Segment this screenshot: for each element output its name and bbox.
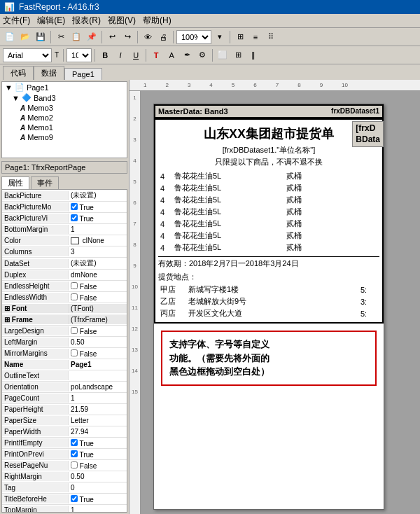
prop-topmargin: TopMargin 1 [2,505,127,513]
report-body: [frxDBData 山东XX集团超市提货单 [frxDBDataset1."单… [154,118,384,324]
frx-overlay: [frxDBData [352,121,384,147]
font-name-select[interactable]: Arial [3,48,52,62]
highlight-button[interactable]: A [164,48,178,62]
font-sep2 [94,49,95,62]
location-row: 甲店新城写字楼1楼5: [158,284,379,296]
tree-item-memo9[interactable]: A Memo9 [2,132,127,142]
tree-expand-icon2: ▼ [12,94,20,102]
table-row: 4鲁花花生油5L贰桶 [158,230,379,242]
menu-help[interactable]: 帮助(H) [143,15,172,27]
prop-tag: Tag 0 [2,482,127,494]
masterdata-header: MasterData: Band3 frxDBDataset1 [154,104,384,118]
props-tab-attr[interactable]: 属性 [1,176,29,189]
redo-button[interactable]: ↪ [120,30,134,44]
prop-frame-section: ⊞ Frame (TfrxFrame) [2,314,127,326]
prop-pagecount: PageCount 1 [2,393,127,404]
special-btn2[interactable]: ⚙ [195,48,209,62]
page-icon: 📄 [15,83,24,92]
print-button[interactable]: 🖨 [156,30,170,44]
font-toolbar: Arial T 10 B I U T A ✒ ⚙ ⬜ ⊞ ‖ [0,46,420,64]
zoom-select[interactable]: 100% 75% 150% [176,30,211,44]
prop-paperheight: PaperHeight 21.59 [2,404,127,415]
prop-titlebeforehe: TitleBeforeHe True [2,494,127,505]
font-t-icon: T [55,51,59,59]
left-panel: ▼ 📄 Page1 ▼ 🔷 Band3 A Memo3 A Memo2 A Me… [0,80,130,514]
memo1-icon: A [20,124,25,132]
prop-font-section: ⊞ Font (TFont) [2,303,127,314]
prop-mirrormargins: MirrorMargins False [2,348,127,359]
tree-item-band3[interactable]: ▼ 🔷 Band3 [2,92,127,103]
new-button[interactable]: 📄 [3,30,17,44]
copy-button[interactable]: 📋 [69,30,83,44]
table-row: 4鲁花花生油5L贰桶 [158,206,379,218]
component-tree[interactable]: ▼ 📄 Page1 ▼ 🔷 Band3 A Memo3 A Memo2 A Me… [1,81,127,158]
tree-item-page1[interactable]: ▼ 📄 Page1 [2,82,127,92]
sep4 [173,31,174,43]
zoom-dropdown[interactable]: ▾ [213,30,227,44]
page-label: Page1: TfrxReportPage [1,161,127,174]
align-left-button[interactable]: ⬜ [216,48,230,62]
undo-button[interactable]: ↩ [105,30,119,44]
table-row: 4鲁花花生油5L贰桶 [158,194,379,206]
font-size-select[interactable]: 10 [66,48,92,62]
menu-edit[interactable]: 编辑(E) [37,15,65,27]
titlebar-text: FastReport - A416.fr3 [19,2,99,12]
memo-icon: A [20,104,25,112]
tree-item-memo1[interactable]: A Memo1 [2,123,127,132]
prop-rightmargin: RightMargin 0.50 [2,471,127,482]
tab-code[interactable]: 代码 [3,66,34,80]
italic-button[interactable]: I [113,48,127,62]
props-tab-event[interactable]: 事件 [31,176,59,189]
menu-view[interactable]: 视图(V) [108,15,136,27]
prop-name: Name Page1 [2,359,127,370]
open-button[interactable]: 📂 [18,30,32,44]
extra-btn[interactable]: ‖ [246,48,260,62]
table-row: 4鲁花花生油5L贰桶 [158,170,379,182]
tree-item-memo3[interactable]: A Memo3 [2,103,127,113]
sep1 [50,31,51,43]
table-insert-button[interactable]: ⊞ [231,48,245,62]
tab-data[interactable]: 数据 [34,66,64,80]
bold-button[interactable]: B [98,48,112,62]
properties-panel[interactable]: BackPicture (未设置) BackPictureMo True Bac… [1,189,127,513]
text-color-button[interactable]: T [149,48,163,62]
more-button[interactable]: ⠿ [264,30,278,44]
prop-bottommargin: BottomMargin 1 [2,224,127,235]
paste-button[interactable]: 📌 [85,30,99,44]
masterdata-label: MasterData: Band3 [158,107,228,116]
preview-button[interactable]: 👁 [141,30,155,44]
cut-button[interactable]: ✂ [54,30,68,44]
menu-report[interactable]: 报表(R) [72,15,101,27]
tab-page1[interactable]: Page1 [64,68,102,80]
report-title: 山东XX集团超市提货单 [158,125,379,142]
menu-file[interactable]: 文件(F) [3,15,30,27]
toolbar-1: 📄 📂 💾 ✂ 📋 📌 ↩ ↪ 👁 🖨 100% 75% 150% ▾ ⊞ ≡ … [0,28,420,46]
prop-endlessheight: EndlessHeight False [2,281,127,292]
prop-outlinetext: OutlineText [2,370,127,382]
align-button[interactable]: ≡ [248,30,262,44]
prop-endlesswidth: EndlessWidth False [2,292,127,303]
main-area: ▼ 📄 Page1 ▼ 🔷 Band3 A Memo3 A Memo2 A Me… [0,80,420,514]
font-sep1 [63,49,64,62]
report-subtitle2: 只限提以下商品，不调不退不换 [158,157,379,167]
grid-button[interactable]: ⊞ [233,30,247,44]
report-table: 4鲁花花生油5L贰桶4鲁花花生油5L贰桶4鲁花花生油5L贰桶4鲁花花生油5L贰桶… [158,170,379,253]
memo2-icon: A [20,114,25,122]
table-row: 4鲁花花生油5L贰桶 [158,182,379,194]
prop-paperwidth: PaperWidth 27.94 [2,426,127,438]
special-btn1[interactable]: ✒ [180,48,194,62]
prop-largedesign: LargeDesign False [2,326,127,337]
color-swatch [71,237,79,244]
canvas-background[interactable]: MasterData: Band3 frxDBDataset1 [frxDBDa… [141,91,420,514]
prop-backpicture: BackPicture (未设置) [2,190,127,202]
prop-dataset: DataSet (未设置) [2,258,127,270]
font-sep4 [212,49,213,62]
ruler-horizontal: 1 2 3 4 5 6 7 8 9 10 [130,80,420,91]
tree-item-memo2[interactable]: A Memo2 [2,113,127,123]
props-tabs: 属性 事件 [0,175,129,189]
prop-backpicturevi: BackPictureVi True [2,213,127,224]
save-button[interactable]: 💾 [34,30,48,44]
underline-button[interactable]: U [129,48,143,62]
canvas-scroll[interactable]: 1 2 3 4 5 6 7 8 9 10 11 12 13 14 15 [130,91,420,514]
report-subtitle1: [frxDBDataset1."单位名称"] [158,145,379,155]
